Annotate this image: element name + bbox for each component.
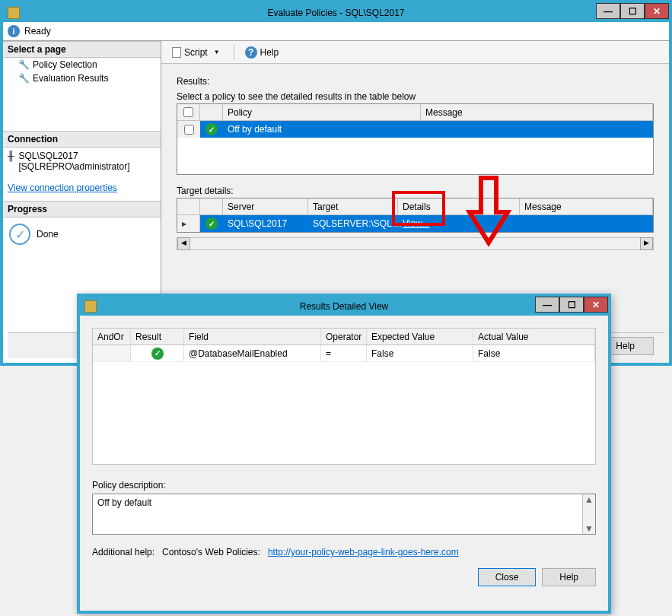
results-grid[interactable]: Policy Message ✓ Off by default: [177, 103, 654, 175]
actual-cell: False: [473, 345, 595, 361]
success-icon: ✓: [205, 123, 218, 135]
field-cell: @DatabaseMailEnabled: [184, 345, 321, 361]
help-label: Help: [260, 47, 279, 58]
row-checkbox[interactable]: [184, 125, 194, 135]
window-title: Evaluate Policies - SQL\SQL2017: [3, 8, 669, 18]
results-hint: Select a policy to see the detailed resu…: [177, 91, 654, 102]
server-icon: ╫: [8, 151, 14, 161]
horizontal-scrollbar[interactable]: ◀ ▶: [177, 237, 654, 250]
policy-description-box[interactable]: Off by default ▲ ▼: [92, 494, 596, 535]
scroll-left-icon[interactable]: ◀: [177, 237, 190, 250]
view-details-link[interactable]: View...: [403, 218, 429, 229]
message-cell: [520, 215, 653, 232]
policy-name-cell: Off by default: [223, 121, 421, 138]
connection-server: SQL\SQL2017: [19, 151, 130, 161]
dropdown-icon[interactable]: ▼: [211, 49, 223, 56]
page-item-label: Policy Selection: [33, 59, 97, 70]
col-result[interactable]: Result: [131, 329, 184, 345]
progress-check-icon: ✓: [9, 224, 30, 245]
wrench-icon: 🔧: [18, 59, 30, 70]
progress-status: ✓ Done: [3, 218, 161, 251]
progress-text: Done: [37, 229, 59, 240]
success-icon: ✓: [151, 348, 164, 360]
page-item-label: Evaluation Results: [33, 73, 108, 84]
policy-description-text: Off by default: [97, 497, 151, 508]
maximize-button[interactable]: ☐: [559, 297, 584, 313]
page-policy-selection[interactable]: 🔧 Policy Selection: [3, 58, 161, 71]
col-andor[interactable]: AndOr: [93, 329, 131, 345]
script-label: Script: [184, 47, 208, 58]
minimize-button[interactable]: —: [596, 3, 620, 19]
help-button[interactable]: ? Help: [240, 45, 284, 60]
minimize-button[interactable]: —: [535, 297, 559, 313]
detail-row[interactable]: ✓ @DatabaseMailEnabled = False False: [93, 345, 595, 362]
detail-buttons: Close Help: [92, 568, 596, 586]
server-cell: SQL\SQL2017: [223, 215, 308, 232]
titlebar[interactable]: Evaluate Policies - SQL\SQL2017 — ☐ ✕: [3, 3, 669, 22]
scroll-up-icon[interactable]: ▲: [584, 494, 594, 505]
target-row[interactable]: ▸ ✓ SQL\SQL2017 SQLSERVER:\SQL\... View.…: [177, 215, 653, 232]
separator: [234, 45, 234, 60]
col-server[interactable]: Server: [223, 198, 308, 214]
help-icon: ?: [245, 46, 257, 59]
col-message[interactable]: Message: [520, 198, 653, 214]
scroll-right-icon[interactable]: ▶: [640, 237, 653, 250]
results-detailed-view-window: Results Detailed View — ☐ ✕ AndOr Result…: [77, 294, 611, 614]
help-button[interactable]: Help: [542, 568, 596, 586]
col-operator[interactable]: Operator: [321, 329, 367, 345]
close-button[interactable]: Close: [478, 568, 537, 586]
results-label: Results:: [177, 76, 654, 87]
target-details-label: Target details:: [177, 186, 654, 196]
close-button[interactable]: ✕: [584, 297, 608, 313]
andor-cell: [93, 345, 131, 361]
policy-description-label: Policy description:: [92, 480, 596, 491]
additional-help-line: Additional help: Contoso's Web Policies:…: [92, 547, 596, 557]
row-indicator-icon: ▸: [182, 218, 186, 229]
col-expected[interactable]: Expected Value: [367, 329, 473, 345]
scroll-down-icon[interactable]: ▼: [584, 523, 594, 534]
view-connection-properties-link[interactable]: View connection properties: [8, 183, 156, 193]
col-actual[interactable]: Actual Value: [473, 329, 595, 345]
grid-header: AndOr Result Field Operator Expected Val…: [93, 329, 595, 345]
grid-header: Policy Message: [177, 104, 653, 121]
col-message[interactable]: Message: [421, 104, 653, 120]
additional-help-name: Contoso's Web Policies:: [162, 547, 260, 557]
additional-help-label: Additional help:: [92, 547, 154, 557]
additional-help-link[interactable]: http://your-policy-web-page-link-goes-he…: [268, 547, 459, 557]
maximize-button[interactable]: ☐: [620, 3, 645, 19]
target-details-grid[interactable]: Server Target Details Message ▸ ✓ SQL\SQ…: [177, 198, 654, 233]
close-button[interactable]: ✕: [645, 3, 669, 19]
status-bar: i Ready: [3, 22, 669, 41]
col-details[interactable]: Details: [398, 198, 520, 214]
policy-row[interactable]: ✓ Off by default: [177, 121, 653, 138]
script-button[interactable]: Script ▼: [167, 46, 228, 59]
detail-grid[interactable]: AndOr Result Field Operator Expected Val…: [92, 328, 596, 465]
window-title: Results Detailed View: [80, 301, 608, 312]
select-page-header: Select a page: [3, 41, 161, 58]
connection-header: Connection: [3, 131, 161, 148]
page-evaluation-results[interactable]: 🔧 Evaluation Results: [3, 71, 161, 85]
success-icon: ✓: [205, 218, 218, 230]
wrench-icon: 🔧: [18, 73, 30, 84]
select-all-checkbox[interactable]: [183, 107, 193, 117]
detail-body: AndOr Result Field Operator Expected Val…: [80, 316, 608, 599]
script-icon: [172, 47, 181, 58]
vertical-scrollbar[interactable]: ▲ ▼: [582, 494, 595, 534]
titlebar[interactable]: Results Detailed View — ☐ ✕: [80, 297, 608, 316]
col-policy[interactable]: Policy: [223, 104, 421, 120]
operator-cell: =: [321, 345, 367, 361]
info-icon: i: [8, 25, 20, 37]
grid-header: Server Target Details Message: [177, 198, 653, 215]
message-cell: [421, 121, 653, 138]
expected-cell: False: [367, 345, 473, 361]
col-target[interactable]: Target: [308, 198, 398, 214]
connection-info: ╫ SQL\SQL2017 [SQLREPRO\administrator]: [3, 148, 161, 175]
col-field[interactable]: Field: [184, 329, 321, 345]
progress-header: Progress: [3, 201, 161, 218]
status-text: Ready: [24, 26, 51, 37]
toolbar: Script ▼ ? Help: [161, 41, 669, 64]
target-cell: SQLSERVER:\SQL\...: [308, 215, 398, 232]
connection-user: [SQLREPRO\administrator]: [19, 161, 130, 172]
